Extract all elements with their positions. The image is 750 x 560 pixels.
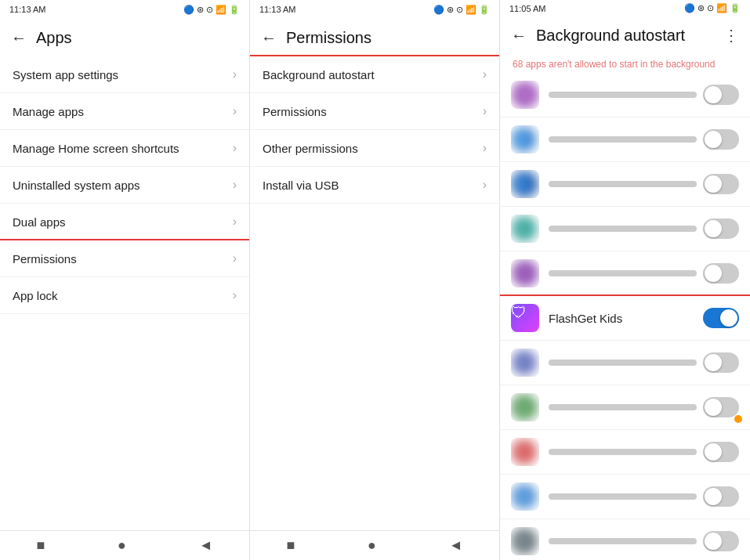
subtitle: 68 apps aren't allowed to start in the b…	[500, 54, 750, 73]
app-icon-10	[511, 527, 539, 555]
menu-app-lock[interactable]: App lock ›	[0, 277, 249, 314]
menu-permissions-item[interactable]: Permissions ›	[250, 93, 499, 130]
nav-back-1[interactable]: ◄	[199, 537, 213, 554]
menu-label: Permissions	[263, 105, 327, 118]
menu-label: Manage Home screen shortcuts	[13, 142, 179, 155]
time-2: 11:13 AM	[259, 5, 295, 14]
back-arrow-1[interactable]: ←	[11, 29, 27, 47]
status-icons-2: 🔵 ⊛ ⊙ 📶 🔋	[433, 5, 490, 15]
app-list-item-7[interactable]	[500, 385, 750, 430]
chevron-icon: ›	[233, 141, 237, 155]
chevron-icon: ›	[233, 178, 237, 192]
chevron-icon: ›	[233, 104, 237, 118]
toggle-9[interactable]	[703, 486, 739, 507]
app-list-item-0[interactable]	[500, 73, 750, 117]
nav-circle-2[interactable]: ●	[368, 537, 376, 554]
app-list-item-9[interactable]	[500, 475, 750, 519]
menu-background-autostart[interactable]: Background autostart ›	[250, 56, 499, 93]
toggle-1[interactable]	[703, 129, 739, 150]
app-list-item-6[interactable]	[500, 341, 750, 385]
chevron-icon: ›	[233, 288, 237, 302]
notification-dot	[734, 415, 742, 423]
panel1-title: Apps	[36, 29, 72, 47]
app-list-item-10[interactable]	[500, 519, 750, 560]
app-icon-4	[511, 259, 539, 287]
menu-manage-home-screen[interactable]: Manage Home screen shortcuts ›	[0, 130, 249, 167]
toggle-6[interactable]	[703, 352, 739, 373]
menu-label: App lock	[13, 289, 58, 302]
app-icon-0	[511, 81, 539, 109]
menu-label: Dual apps	[13, 215, 66, 229]
chevron-icon: ›	[483, 178, 487, 192]
app-list-item-1[interactable]	[500, 117, 750, 162]
app-icon-2	[511, 170, 539, 198]
menu-dual-apps[interactable]: Dual apps ›	[0, 204, 249, 240]
menu-other-permissions[interactable]: Other permissions ›	[250, 130, 499, 167]
menu-uninstalled-apps[interactable]: Uninstalled system apps ›	[0, 167, 249, 204]
menu-label: Install via USB	[263, 179, 339, 192]
time-1: 11:13 AM	[9, 5, 45, 14]
menu-system-app-settings[interactable]: System app settings ›	[0, 56, 249, 93]
menu-label: System app settings	[13, 68, 118, 81]
app-icon-3	[511, 215, 539, 243]
toggle-4[interactable]	[703, 263, 739, 284]
status-bar-1: 11:13 AM 🔵 ⊛ ⊙ 📶 🔋	[0, 0, 249, 19]
toggle-0[interactable]	[703, 85, 739, 105]
status-icons-3: 🔵 ⊛ ⊙ 📶 🔋	[684, 3, 741, 13]
menu-permissions[interactable]: Permissions ›	[0, 240, 249, 277]
nav-circle-1[interactable]: ●	[118, 537, 126, 554]
app-icon-7	[511, 393, 539, 421]
top-bar-3: ← Background autostart ⋮	[500, 16, 750, 54]
nav-bar-2: ■ ● ◄	[250, 530, 499, 560]
chevron-icon: ›	[233, 251, 237, 266]
top-bar-1: ← Apps	[0, 19, 249, 56]
app-list-item-4[interactable]	[500, 251, 750, 296]
toggle-8[interactable]	[703, 442, 739, 462]
menu-label: Background autostart	[263, 68, 375, 81]
more-options-icon[interactable]: ⋮	[723, 26, 739, 45]
menu-label: Permissions	[13, 252, 77, 266]
menu-label: Manage apps	[13, 105, 84, 118]
menu-label: Uninstalled system apps	[13, 179, 140, 192]
panel2-title: Permissions	[286, 29, 371, 47]
back-arrow-2[interactable]: ←	[261, 29, 277, 47]
panel-background-autostart: 11:05 AM 🔵 ⊛ ⊙ 📶 🔋 ← Background autostar…	[500, 0, 750, 560]
chevron-icon: ›	[483, 141, 487, 155]
app-name-flashget: FlashGet Kids	[549, 312, 703, 325]
top-bar-2: ← Permissions	[250, 19, 499, 56]
panel-permissions: 11:13 AM 🔵 ⊛ ⊙ 📶 🔋 ← Permissions Backgro…	[250, 0, 500, 560]
panel-apps: 11:13 AM 🔵 ⊛ ⊙ 📶 🔋 ← Apps System app set…	[0, 0, 250, 560]
app-list-item-flashget[interactable]: 🛡 FlashGet Kids	[500, 296, 750, 341]
app-list-item-8[interactable]	[500, 430, 750, 475]
chevron-icon: ›	[233, 67, 237, 81]
toggle-3[interactable]	[703, 219, 739, 239]
menu-install-via-usb[interactable]: Install via USB ›	[250, 167, 499, 204]
nav-square-2[interactable]: ■	[286, 537, 295, 554]
app-icon-9	[511, 482, 539, 511]
toggle-7[interactable]	[703, 397, 739, 417]
toggle-2[interactable]	[703, 174, 739, 194]
chevron-icon: ›	[483, 104, 487, 118]
menu-label: Other permissions	[263, 142, 358, 155]
nav-bar-1: ■ ● ◄	[0, 530, 249, 560]
app-icon-8	[511, 438, 539, 466]
toggle-10[interactable]	[703, 531, 739, 551]
back-arrow-3[interactable]: ←	[511, 27, 527, 45]
toggle-flashget[interactable]	[703, 308, 739, 328]
app-list-item-2[interactable]	[500, 162, 750, 207]
chevron-icon: ›	[233, 215, 237, 229]
app-icon-1	[511, 125, 539, 154]
status-bar-3: 11:05 AM 🔵 ⊛ ⊙ 📶 🔋	[500, 0, 750, 16]
status-icons-1: 🔵 ⊛ ⊙ 📶 🔋	[183, 5, 240, 15]
app-list-item-3[interactable]	[500, 207, 750, 251]
app-icon-6	[511, 349, 539, 377]
panel3-title: Background autostart	[536, 27, 685, 45]
nav-back-2[interactable]: ◄	[449, 537, 463, 554]
app-icon-flashget: 🛡	[511, 304, 539, 332]
status-bar-2: 11:13 AM 🔵 ⊛ ⊙ 📶 🔋	[250, 0, 499, 19]
menu-manage-apps[interactable]: Manage apps ›	[0, 93, 249, 130]
nav-square-1[interactable]: ■	[36, 537, 45, 554]
chevron-icon: ›	[483, 67, 487, 81]
time-3: 11:05 AM	[509, 4, 545, 13]
